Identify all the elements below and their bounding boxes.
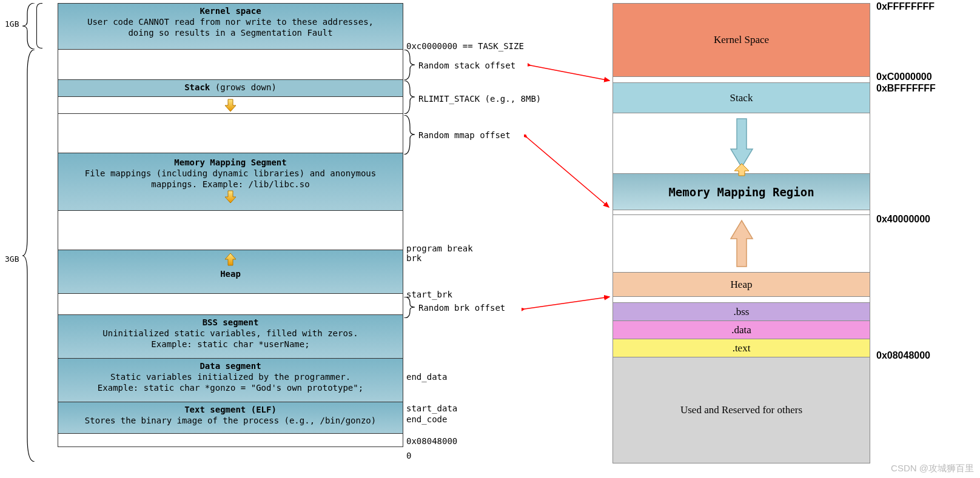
annot-task-size: 0xc0000000 == TASK_SIZE: [406, 41, 524, 51]
annot-end-data: end_data: [406, 372, 447, 382]
text-desc: Stores the binary image of the process (…: [85, 416, 376, 425]
curly-brk-offset: [404, 297, 416, 318]
mmap-title: Memory Mapping Segment: [174, 158, 286, 167]
bss-title: BSS segment: [203, 317, 259, 327]
rseg-data-label: .data: [731, 324, 751, 336]
annot-end-code: end_code: [406, 414, 447, 424]
data-title: Data segment: [200, 361, 261, 371]
annot-base-addr: 0x08048000: [406, 436, 457, 446]
annot-rand-brk: Random brk offset: [418, 303, 505, 313]
small-arrow-up-icon: [733, 163, 750, 176]
rseg-gap2: [613, 210, 870, 214]
rseg-text-label: .text: [733, 342, 751, 354]
annot-rand-stack: Random stack offset: [418, 61, 515, 70]
kernel-desc1: User code CANNOT read from nor write to …: [87, 17, 374, 27]
seg-heap: Heap: [58, 250, 403, 293]
arrow-down-icon: [224, 99, 237, 112]
user-brace-curve: [21, 50, 37, 462]
data-desc1: Static variables initialized by the prog…: [110, 372, 351, 382]
raddr-3: 0xBFFFFFFF: [876, 83, 936, 94]
big-arrow-down-icon: [730, 118, 754, 169]
kernel-desc2: doing so results in a Segmentation Fault: [128, 28, 332, 38]
red-arrow-brk: [522, 294, 612, 312]
annot-rand-mmap: Random mmap offset: [418, 130, 511, 140]
annot-start-data: start_data: [406, 403, 457, 413]
curly-mmap-offset: [404, 115, 416, 154]
rseg-mmr: Memory Mapping Region: [613, 173, 870, 210]
curly-stack-offset: [404, 50, 416, 80]
kernel-size-label: 1GB: [5, 19, 19, 28]
seg-mmap: Memory Mapping Segment File mappings (in…: [58, 153, 403, 210]
seg-stack-title: Stack (grows down): [58, 79, 403, 96]
annot-rlimit: RLIMIT_STACK (e.g., 8MB): [418, 94, 541, 104]
rseg-kernel-label: Kernel Space: [714, 34, 769, 46]
text-title: Text segment (ELF): [184, 405, 277, 414]
left-memory-map: Kernel space User code CANNOT read from …: [58, 3, 403, 447]
annot-prog-break: program breakbrk: [406, 244, 473, 263]
bss-desc1: Uninitialized static variables, filled w…: [102, 328, 358, 338]
seg-kernel: Kernel space User code CANNOT read from …: [58, 4, 403, 49]
rseg-reserved: Used and Reserved for others: [613, 357, 870, 463]
big-arrow-up-icon: [730, 219, 754, 268]
seg-gap2: [58, 113, 403, 153]
rseg-gap3: [613, 296, 870, 302]
bss-desc2: Example: static char *userName;: [151, 339, 309, 349]
arrow-up-icon: [224, 253, 237, 266]
rseg-heap-arrow: [613, 214, 870, 272]
seg-gap1: [58, 49, 403, 79]
seg-stack-arrow: [58, 96, 403, 113]
kernel-title: Kernel space: [200, 6, 261, 16]
seg-data: Data segment Static variables initialize…: [58, 358, 403, 402]
mmap-desc2: mappings. Example: /lib/libc.so: [151, 179, 309, 189]
rseg-text: .text: [613, 339, 870, 357]
red-arrow-stack: [528, 59, 612, 90]
seg-gap5: [58, 433, 403, 446]
seg-gap3: [58, 210, 403, 250]
seg-bss: BSS segment Uninitialized static variabl…: [58, 314, 403, 358]
rseg-kernel: Kernel Space: [613, 4, 870, 76]
mmap-desc1: File mappings (including dynamic librari…: [85, 168, 376, 178]
rseg-mmr-label: Memory Mapping Region: [668, 185, 814, 199]
rseg-reserved-label: Used and Reserved for others: [680, 404, 802, 416]
arrow-down-icon: [224, 190, 237, 204]
kernel-brace: [36, 3, 42, 48]
seg-text: Text segment (ELF) Stores the binary ima…: [58, 402, 403, 433]
heap-title: Heap: [220, 269, 241, 279]
curly-rlimit: [404, 81, 416, 114]
rseg-heap: Heap: [613, 272, 870, 296]
svg-line-1: [527, 138, 609, 207]
right-memory-map: Kernel Space Stack Memory Mapping Region…: [612, 3, 870, 463]
rseg-stack: Stack: [613, 82, 870, 113]
user-size-label: 3GB: [5, 254, 19, 264]
kernel-brace-curve: [21, 3, 37, 49]
prog-break-2: brk: [406, 253, 421, 263]
rseg-stack-label: Stack: [730, 92, 753, 104]
stack-title-bold: Stack: [184, 82, 210, 92]
raddr-2: 0xC0000000: [876, 71, 932, 82]
raddr-4: 0x40000000: [876, 214, 930, 225]
raddr-1: 0xFFFFFFFF: [876, 1, 935, 12]
seg-gap4: [58, 293, 403, 314]
rseg-bss: .bss: [613, 302, 870, 320]
watermark: CSDN @攻城狮百里: [891, 463, 974, 474]
raddr-5: 0x08048000: [876, 350, 930, 361]
svg-line-2: [525, 297, 609, 309]
red-arrow-mmap: [524, 134, 615, 213]
data-desc2: Example: static char *gonzo = "God's own…: [98, 383, 363, 393]
rseg-data: .data: [613, 320, 870, 339]
rseg-bss-label: .bss: [734, 306, 750, 318]
annot-zero: 0: [406, 451, 411, 460]
rseg-gap1: [613, 76, 870, 82]
prog-break-1: program break: [406, 244, 473, 253]
rseg-heap-label: Heap: [731, 279, 753, 291]
svg-line-0: [531, 65, 609, 81]
